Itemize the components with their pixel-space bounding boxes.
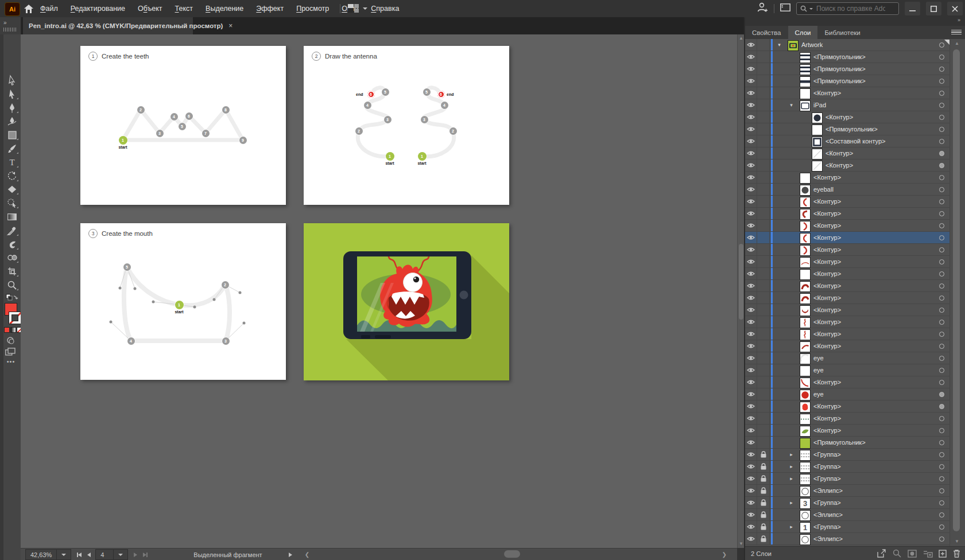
visibility-toggle[interactable] bbox=[745, 196, 757, 207]
target-circle[interactable] bbox=[939, 332, 944, 337]
lock-toggle[interactable] bbox=[757, 533, 770, 545]
layer-row-27[interactable]: eye bbox=[745, 352, 950, 364]
layer-row-14[interactable]: <Контур> bbox=[745, 196, 950, 208]
document-tab[interactable]: Pen_intro.ai @ 42,63 % (CMYK/Предварител… bbox=[23, 17, 193, 34]
lock-toggle[interactable] bbox=[757, 135, 770, 147]
visibility-toggle[interactable] bbox=[745, 87, 757, 99]
scroll-up-icon[interactable]: ▲ bbox=[739, 36, 743, 41]
target-circle[interactable] bbox=[939, 404, 944, 409]
gradient-mode-swatch[interactable] bbox=[10, 327, 16, 333]
drawing-modes-button[interactable] bbox=[6, 336, 15, 347]
layer-name[interactable]: <Контур> bbox=[813, 172, 841, 183]
visibility-toggle[interactable] bbox=[745, 413, 757, 424]
visibility-toggle[interactable] bbox=[745, 256, 757, 267]
visibility-toggle[interactable] bbox=[745, 364, 757, 376]
layer-row-26[interactable]: <Контур> bbox=[745, 340, 950, 352]
layer-row-29[interactable]: <Контур> bbox=[745, 376, 950, 388]
layer-name[interactable]: <Контур> bbox=[813, 208, 841, 219]
zoom-dropdown[interactable] bbox=[56, 550, 71, 559]
expand-chevron-icon[interactable]: ▸ bbox=[787, 497, 796, 508]
layer-name[interactable]: <Контур> bbox=[813, 87, 841, 99]
layer-name[interactable]: <Контур> bbox=[813, 425, 841, 436]
artboard-dropdown[interactable] bbox=[113, 550, 127, 559]
rotate-tool[interactable] bbox=[4, 169, 20, 183]
first-artboard-button[interactable] bbox=[77, 553, 82, 557]
lock-toggle[interactable] bbox=[757, 244, 770, 255]
type-tool[interactable]: T bbox=[4, 155, 20, 169]
target-circle[interactable] bbox=[939, 115, 944, 120]
lock-toggle[interactable] bbox=[757, 413, 770, 424]
lock-toggle[interactable] bbox=[757, 473, 770, 484]
gradient-tool[interactable] bbox=[4, 210, 20, 224]
layer-row-2[interactable]: <Прямоугольник> bbox=[745, 51, 950, 63]
menu-item-6[interactable]: Эффект bbox=[256, 5, 284, 13]
target-circle[interactable] bbox=[939, 42, 944, 48]
layer-row-11[interactable]: <Контур> bbox=[745, 160, 950, 172]
menu-item-4[interactable]: Текст bbox=[175, 5, 193, 13]
layer-row-22[interactable]: <Контур> bbox=[745, 292, 950, 304]
visibility-toggle[interactable] bbox=[745, 461, 757, 472]
layer-row-1[interactable]: ▾Artwork bbox=[745, 39, 950, 51]
vertical-scroll-thumb[interactable] bbox=[739, 244, 743, 320]
shape-builder-tool[interactable] bbox=[4, 196, 20, 210]
lock-toggle[interactable] bbox=[757, 376, 770, 388]
layer-row-3[interactable]: <Прямоугольник> bbox=[745, 63, 950, 75]
minimize-button[interactable] bbox=[905, 2, 920, 15]
zoom-tool[interactable] bbox=[4, 278, 20, 292]
menu-item-7[interactable]: Просмотр bbox=[296, 5, 329, 13]
layer-name[interactable]: eyeball bbox=[813, 184, 834, 195]
expand-toolbar-icon[interactable]: » bbox=[3, 20, 6, 26]
locate-object-button[interactable] bbox=[893, 549, 901, 558]
panel-menu-icon[interactable] bbox=[951, 27, 962, 37]
target-circle[interactable] bbox=[939, 452, 944, 457]
visibility-toggle[interactable] bbox=[745, 232, 757, 243]
panel-tab-свойства[interactable]: Свойства bbox=[745, 26, 788, 39]
visibility-toggle[interactable] bbox=[745, 400, 757, 412]
last-artboard-button[interactable] bbox=[143, 553, 148, 557]
account-button[interactable] bbox=[757, 2, 768, 15]
lock-toggle[interactable] bbox=[757, 340, 770, 352]
layer-row-31[interactable]: <Контур> bbox=[745, 400, 950, 413]
visibility-toggle[interactable] bbox=[745, 449, 757, 460]
target-circle[interactable] bbox=[939, 127, 944, 132]
layer-row-25[interactable]: <Контур> bbox=[745, 328, 950, 340]
lock-toggle[interactable] bbox=[757, 304, 770, 316]
lock-toggle[interactable] bbox=[757, 364, 770, 376]
visibility-toggle[interactable] bbox=[745, 39, 757, 50]
lock-toggle[interactable] bbox=[757, 63, 770, 75]
layer-row-37[interactable]: ▸<Группа> bbox=[745, 473, 950, 485]
target-circle[interactable] bbox=[939, 235, 944, 240]
visibility-toggle[interactable] bbox=[745, 63, 757, 75]
target-circle[interactable] bbox=[939, 392, 944, 397]
layer-name[interactable]: <Контур> bbox=[813, 220, 841, 231]
visibility-toggle[interactable] bbox=[745, 220, 757, 231]
layer-name[interactable]: Artwork bbox=[801, 39, 823, 50]
layer-row-5[interactable]: <Контур> bbox=[745, 87, 950, 99]
layer-row-18[interactable]: <Контур> bbox=[745, 244, 950, 256]
search-input[interactable] bbox=[815, 4, 886, 13]
target-circle[interactable] bbox=[939, 416, 944, 421]
visibility-toggle[interactable] bbox=[745, 497, 757, 508]
close-window-button[interactable] bbox=[947, 2, 963, 15]
target-circle[interactable] bbox=[939, 308, 944, 313]
visibility-toggle[interactable] bbox=[745, 135, 757, 147]
direct-selection-tool[interactable] bbox=[4, 87, 20, 101]
layer-row-10[interactable]: <Контур> bbox=[745, 147, 950, 160]
layer-name[interactable]: <Прямоугольник> bbox=[813, 75, 866, 87]
layer-row-9[interactable]: <Составной контур> bbox=[745, 135, 950, 147]
eraser-tool[interactable] bbox=[4, 182, 20, 196]
layer-row-20[interactable]: <Контур> bbox=[745, 268, 950, 280]
layer-name[interactable]: <Эллипс> bbox=[813, 509, 843, 520]
scroll-down-icon[interactable]: ▼ bbox=[739, 542, 743, 546]
layer-name[interactable]: <Контур> bbox=[813, 256, 841, 267]
lock-toggle[interactable] bbox=[757, 292, 770, 304]
expand-chevron-icon[interactable]: ▾ bbox=[787, 99, 796, 111]
layer-name[interactable]: <Контур> bbox=[813, 280, 841, 291]
visibility-toggle[interactable] bbox=[745, 437, 757, 448]
home-button[interactable] bbox=[23, 3, 34, 14]
layer-row-8[interactable]: <Прямоугольник> bbox=[745, 123, 950, 135]
lock-toggle[interactable] bbox=[757, 147, 770, 159]
visibility-toggle[interactable] bbox=[745, 208, 757, 219]
lock-toggle[interactable] bbox=[757, 280, 770, 291]
clipping-mask-button[interactable] bbox=[908, 550, 917, 558]
